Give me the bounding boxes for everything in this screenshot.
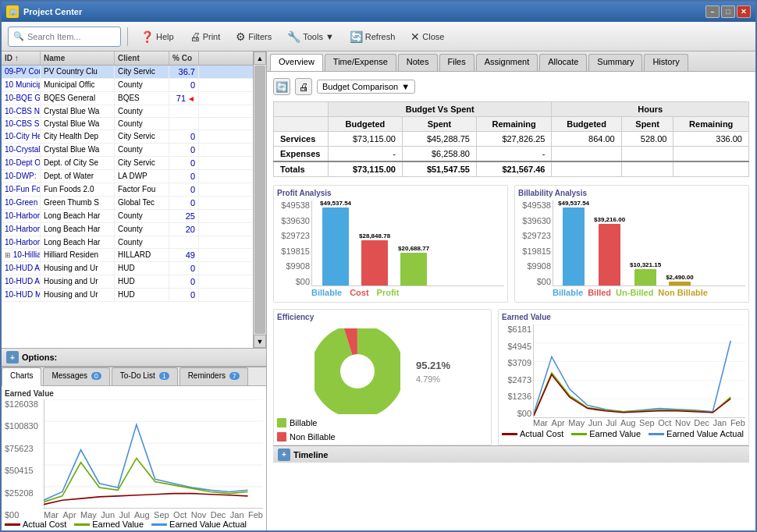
table-row[interactable]: 10-Fun Food Fun Foods 2.0 Factor Fou 0	[2, 183, 253, 197]
search-box[interactable]: 🔍	[8, 27, 121, 47]
charts-row-2: Efficiency 95.21%	[273, 309, 749, 445]
table-row[interactable]: 10-HUD Add Housing and Ur HUD 0	[2, 262, 253, 275]
table-row[interactable]: 10-City Heal City Health Dep City Servic…	[2, 130, 253, 144]
col-header-name[interactable]: Name	[41, 51, 115, 65]
timeline-bar[interactable]: + Timeline	[273, 445, 749, 463]
row-pct	[169, 118, 199, 129]
row-id: 09-PV Count	[2, 66, 41, 78]
scroll-down-button[interactable]: ▼	[254, 335, 266, 348]
row-name: Crystal Blue Wa	[41, 118, 115, 129]
profit-bar-profit: $20,688.77	[398, 245, 429, 286]
legend-earned-value-2: Earned Value	[571, 429, 641, 438]
table-row[interactable]: 10-HUD Asp Housing and Ur HUD 0	[2, 275, 253, 289]
tab-history[interactable]: History	[644, 54, 688, 71]
profit-bar-billable: $49,537.54	[320, 200, 351, 286]
title-bar-left: 🏢 Project Center	[6, 5, 82, 18]
minimize-button[interactable]: –	[705, 5, 720, 18]
table-row[interactable]: 10-HUD Mo Housing and Ur HUD 0	[2, 289, 253, 302]
earned-chart-area	[533, 325, 745, 418]
table-row[interactable]: 10-Harbor: Long Beach Har County	[2, 236, 253, 249]
row-id: 10-Fun Food	[2, 183, 41, 196]
table-row[interactable]: 10-Crystal Bl Crystal Blue Wa County 0	[2, 144, 253, 157]
row-name: Housing and Ur	[41, 289, 115, 301]
row-id: 10-BQE Gen	[2, 92, 41, 105]
table-row[interactable]: 10-CBS New Crystal Blue Wa County	[2, 105, 253, 118]
table-row[interactable]: 10-BQE Gen BQES General BQES 71◄	[2, 92, 253, 105]
tab-todo[interactable]: To-Do List 1	[112, 367, 178, 385]
budget-dropdown[interactable]: Budget Comparison ▼	[317, 80, 415, 94]
table-scrollbar[interactable]: ▲ ▼	[253, 51, 266, 348]
scroll-up-button[interactable]: ▲	[254, 51, 266, 65]
close-window-button[interactable]: ✕	[737, 5, 751, 18]
row-id: 10-CBS Sup	[2, 118, 41, 129]
tab-allocate[interactable]: Allocate	[539, 54, 587, 71]
timeline-expand-button[interactable]: +	[278, 449, 290, 461]
options-expand-button[interactable]: +	[6, 351, 19, 364]
print-budget-button[interactable]: 🖨	[295, 78, 312, 95]
help-button[interactable]: ❓ Help	[134, 27, 180, 46]
col-h-budgeted: Budgeted	[552, 117, 621, 132]
options-bar: + Options:	[2, 348, 266, 367]
pie-svg	[315, 328, 400, 414]
filters-button[interactable]: ⚙ Filters	[229, 27, 278, 46]
maximize-button[interactable]: □	[721, 5, 735, 18]
charts-panel: Charts Messages 0 To-Do List 1 Reminders…	[2, 367, 266, 530]
pie-legend: Billable Non Billable	[277, 418, 488, 442]
table-row[interactable]: 09-PV Count PV Country Clu City Servic 3…	[2, 66, 253, 79]
tab-assignment[interactable]: Assignment	[476, 54, 538, 71]
table-row[interactable]: 10-DWP: Dept. of Water LA DWP 0	[2, 170, 253, 183]
row-name: Long Beach Har	[41, 210, 115, 222]
row-name: Housing and Ur	[41, 262, 115, 275]
table-row[interactable]: 10-Dept Of Dept. of City Se City Servic …	[2, 157, 253, 170]
scroll-thumb[interactable]	[254, 66, 265, 334]
svg-point-9	[340, 354, 375, 388]
table-row[interactable]: 10-Harbor Bl Long Beach Har County 25	[2, 210, 253, 223]
billability-bar-billed: $39,216.00	[594, 216, 625, 286]
tools-button[interactable]: 🔧 Tools ▼	[281, 27, 340, 46]
row-pct: 0	[169, 289, 199, 301]
table-row[interactable]: 10-CBS Sup Crystal Blue Wa County	[2, 118, 253, 130]
billability-analysis-chart: Billability Analysis $49538 $39630 $2972…	[514, 185, 749, 303]
tab-notes[interactable]: Notes	[398, 54, 438, 71]
tab-files[interactable]: Files	[439, 54, 474, 71]
table-row[interactable]: 10-Harbor T Long Beach Har County 20	[2, 223, 253, 236]
refresh-budget-button[interactable]: 🔄	[273, 78, 290, 95]
row-id: ⊞ 10-Hilliard R	[2, 249, 41, 261]
row-client: City Servic	[115, 157, 169, 169]
earned-x-labels: MarAprMayJunJulAugSepOctNovDecJanFeb	[502, 418, 745, 427]
row-name: PV Country Clu	[41, 66, 115, 78]
tab-reminders[interactable]: Reminders 7	[179, 367, 248, 385]
col-header-id[interactable]: ID ↑	[2, 51, 41, 65]
row-client: City Servic	[115, 130, 169, 143]
row-name: Dept. of Water	[41, 170, 115, 183]
tab-messages[interactable]: Messages 0	[43, 367, 109, 385]
table-row[interactable]: 10 Municipal Municipal Offic County 0	[2, 79, 253, 92]
row-pct: 0	[169, 183, 199, 196]
tab-time-expense[interactable]: Time/Expense	[325, 54, 396, 71]
row-client: Factor Fou	[115, 183, 169, 196]
billability-bar-billable: $49,537.54	[558, 200, 589, 286]
table-row[interactable]: ⊞ 10-Hilliard R Hilliard Residen HILLARD…	[2, 249, 253, 262]
search-input[interactable]	[27, 32, 113, 41]
mini-chart-wrapper: $126038 $100830 $75623 $50415 $25208 $00…	[44, 399, 263, 520]
row-client: County	[115, 118, 169, 129]
refresh-button[interactable]: 🔄 Refresh	[343, 27, 402, 46]
table-row[interactable]: 10-Green Th Green Thumb S Global Tec 0	[2, 197, 253, 210]
tab-overview[interactable]: Overview	[270, 54, 323, 71]
earned-value-title: Earned Value	[502, 313, 745, 321]
row-id: 10-Harbor:	[2, 236, 41, 248]
row-pct: 0	[169, 170, 199, 183]
earned-legend: Actual Cost Earned Value Earned Value Ac…	[502, 427, 745, 440]
col-header-client[interactable]: Client	[115, 51, 169, 65]
print-button[interactable]: 🖨 Print	[183, 27, 227, 46]
tab-charts[interactable]: Charts	[2, 367, 41, 386]
tab-summary[interactable]: Summary	[588, 54, 642, 71]
col-header-pct[interactable]: % Co	[169, 51, 199, 65]
timeline-label: Timeline	[293, 450, 328, 459]
row-id: 10-Dept Of	[2, 157, 41, 169]
profit-chart-inner: $49538 $39630 $29723 $19815 $9908 $00 $4…	[277, 200, 504, 286]
earned-svg	[534, 325, 745, 417]
col-budgeted: Budgeted	[329, 117, 403, 132]
non-billable-pct: 4.79%	[416, 374, 450, 384]
close-button[interactable]: ✕ Close	[404, 27, 450, 46]
